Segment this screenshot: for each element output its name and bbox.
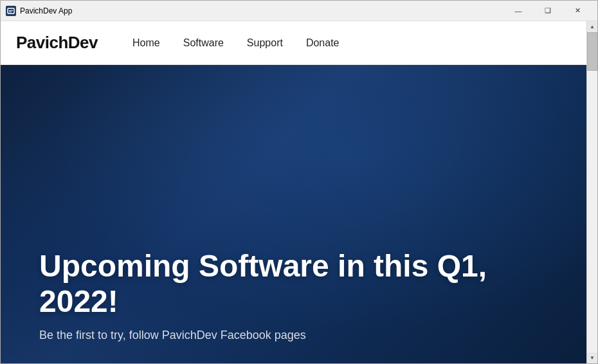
hero-content: Upcoming Software in this Q1, 2022! Be t… xyxy=(39,248,548,344)
nav-home[interactable]: Home xyxy=(123,32,169,54)
navbar: PavichDev Home Software Support Donate xyxy=(1,21,586,65)
scroll-up-button[interactable]: ▲ xyxy=(587,21,597,32)
browser-area: PavichDev Home Software Support Donate U… xyxy=(1,21,597,363)
brand-first: Pavich xyxy=(16,33,68,52)
window-title: PavichDev App xyxy=(20,6,503,15)
nav-support[interactable]: Support xyxy=(238,32,292,54)
scrollbar-thumb[interactable] xyxy=(587,32,597,71)
window-controls: — ❑ ✕ xyxy=(503,1,592,21)
nav-software[interactable]: Software xyxy=(174,32,233,54)
brand-logo: PavichDev xyxy=(16,33,98,53)
close-button[interactable]: ✕ xyxy=(563,1,592,21)
hero-title: Upcoming Software in this Q1, 2022! xyxy=(39,248,548,319)
svg-rect-2 xyxy=(9,12,12,12)
brand-second: Dev xyxy=(68,33,98,52)
hero-subtitle: Be the first to try, follow PavichDev Fa… xyxy=(39,327,548,344)
titlebar: PavichDev App — ❑ ✕ xyxy=(1,1,597,21)
scrollbar: ▲ ▼ xyxy=(586,21,597,363)
maximize-button[interactable]: ❑ xyxy=(533,1,563,21)
hero-section: Upcoming Software in this Q1, 2022! Be t… xyxy=(1,65,586,363)
nav-links: Home Software Support Donate xyxy=(123,32,348,54)
page-content: PavichDev Home Software Support Donate U… xyxy=(1,21,586,363)
nav-donate[interactable]: Donate xyxy=(297,32,349,54)
app-window: PavichDev App — ❑ ✕ PavichDev Home Softw… xyxy=(0,0,598,364)
scroll-down-button[interactable]: ▼ xyxy=(587,352,597,363)
app-icon xyxy=(6,6,16,16)
minimize-button[interactable]: — xyxy=(503,1,533,21)
svg-rect-1 xyxy=(9,10,13,11)
scrollbar-track[interactable] xyxy=(587,32,597,352)
